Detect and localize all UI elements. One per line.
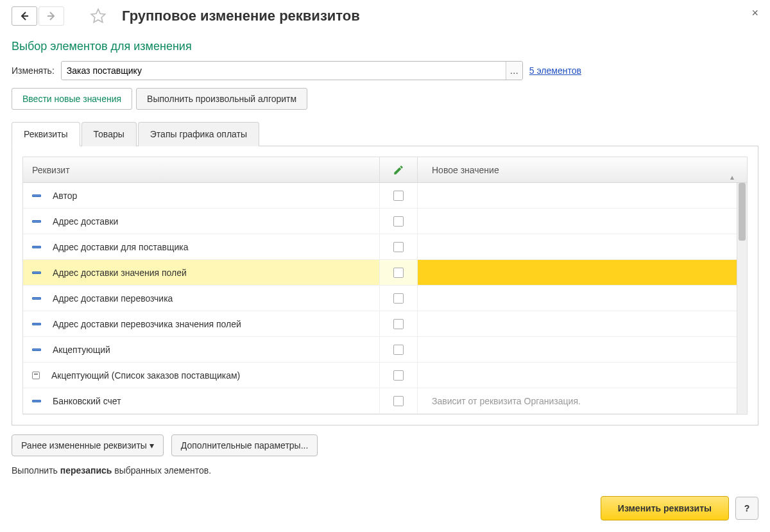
- list-item-icon: [32, 372, 40, 379]
- requisite-label: Автор: [53, 191, 77, 201]
- page-title: Групповое изменение реквизитов: [122, 8, 360, 24]
- edit-cell: [379, 363, 418, 388]
- dropdown-caret-icon: ▾: [150, 440, 154, 450]
- requisite-label: Адрес доставки перевозчика значения поле…: [53, 319, 241, 329]
- previously-changed-button[interactable]: Ранее измененные реквизиты ▾: [12, 434, 164, 456]
- table-row[interactable]: Адрес доставки: [23, 209, 747, 234]
- table-scrollbar-thumb[interactable]: [739, 183, 746, 241]
- table-row[interactable]: Адрес доставки значения полей: [23, 260, 747, 286]
- edit-cell: [379, 311, 418, 336]
- edit-cell: [379, 337, 418, 362]
- row-checkbox[interactable]: [393, 293, 404, 304]
- edit-cell: [379, 388, 418, 413]
- requisites-panel: Реквизит Новое значение ▴ АвторАдрес дос…: [12, 146, 758, 425]
- apply-changes-button[interactable]: Изменить реквизиты: [601, 496, 729, 520]
- attribute-icon: [32, 194, 41, 197]
- summary-text: Выполнить перезапись выбранных элементов…: [12, 465, 758, 476]
- mode-custom-algo-button[interactable]: Выполнить произвольный алгоритм: [136, 88, 307, 110]
- extra-params-button[interactable]: Дополнительные параметры...: [171, 434, 318, 456]
- change-input[interactable]: [62, 62, 506, 80]
- favorite-star-icon[interactable]: [89, 6, 108, 26]
- attribute-icon: [32, 297, 41, 300]
- edit-cell: [379, 183, 418, 208]
- elements-count-link[interactable]: 5 элементов: [529, 65, 581, 76]
- requisite-cell: Адрес доставки перевозчика значения поле…: [23, 311, 379, 336]
- requisites-table: Реквизит Новое значение ▴ АвторАдрес дос…: [22, 157, 748, 415]
- requisite-label: Акцептующий (Список заказов поставщикам): [51, 370, 240, 381]
- tab-payment-stages[interactable]: Этапы графика оплаты: [138, 122, 259, 146]
- help-button[interactable]: ?: [735, 497, 758, 520]
- new-value-cell[interactable]: [418, 286, 747, 311]
- requisite-cell: Акцептующий (Список заказов поставщикам): [23, 363, 379, 388]
- row-checkbox[interactable]: [393, 345, 404, 355]
- attribute-icon: [32, 246, 41, 248]
- edit-cell: [379, 286, 418, 311]
- requisite-label: Адрес доставки значения полей: [53, 268, 187, 278]
- change-picker-button[interactable]: …: [506, 62, 522, 80]
- table-row[interactable]: Адрес доставки для поставщика: [23, 234, 747, 260]
- new-value-cell[interactable]: [418, 311, 747, 336]
- close-button[interactable]: ×: [751, 6, 758, 20]
- requisite-label: Банковский счет: [53, 396, 121, 406]
- table-row[interactable]: Адрес доставки перевозчика: [23, 286, 747, 311]
- edit-cell: [379, 260, 418, 285]
- requisite-cell: Банковский счет: [23, 388, 379, 413]
- new-value-cell[interactable]: [418, 260, 747, 285]
- requisite-cell: Адрес доставки перевозчика: [23, 286, 379, 311]
- column-header-edit[interactable]: [379, 157, 418, 182]
- edit-cell: [379, 234, 418, 259]
- column-header-new-value[interactable]: Новое значение ▴: [418, 165, 747, 175]
- attribute-icon: [32, 400, 41, 402]
- requisite-cell: Адрес доставки для поставщика: [23, 234, 379, 259]
- requisite-label: Акцептующий: [53, 345, 110, 355]
- table-row[interactable]: Банковский счетЗависит от реквизита Орга…: [23, 388, 747, 414]
- row-checkbox[interactable]: [393, 242, 404, 252]
- attribute-icon: [32, 271, 41, 274]
- column-header-requisite[interactable]: Реквизит: [23, 165, 379, 175]
- edit-cell: [379, 209, 418, 234]
- new-value-cell[interactable]: [418, 337, 747, 362]
- attribute-icon: [32, 220, 41, 223]
- pencil-icon: [393, 164, 404, 176]
- arrow-right-icon: [46, 11, 56, 21]
- change-select[interactable]: …: [61, 61, 523, 80]
- new-value-cell[interactable]: [418, 363, 747, 388]
- row-checkbox[interactable]: [393, 216, 404, 227]
- new-value-cell[interactable]: Зависит от реквизита Организация.: [418, 388, 747, 413]
- nav-back-button[interactable]: [12, 6, 37, 26]
- requisite-cell: Акцептующий: [23, 337, 379, 362]
- tab-requisites[interactable]: Реквизиты: [12, 122, 80, 146]
- requisite-label: Адрес доставки: [53, 216, 118, 227]
- arrow-left-icon: [19, 11, 30, 21]
- new-value-cell[interactable]: [418, 209, 747, 234]
- requisite-cell: Адрес доставки: [23, 209, 379, 234]
- section-title: Выбор элементов для изменения: [12, 40, 758, 53]
- table-row[interactable]: Автор: [23, 183, 747, 209]
- row-checkbox[interactable]: [393, 319, 404, 329]
- change-label: Изменять:: [12, 65, 55, 76]
- sort-indicator-icon: ▴: [730, 173, 734, 182]
- table-row[interactable]: Адрес доставки перевозчика значения поле…: [23, 311, 747, 337]
- nav-forward-button: [38, 6, 64, 26]
- row-checkbox[interactable]: [393, 396, 404, 406]
- attribute-icon: [32, 323, 41, 325]
- requisite-label: Адрес доставки перевозчика: [53, 293, 173, 304]
- table-row[interactable]: Акцептующий: [23, 337, 747, 363]
- table-row[interactable]: Акцептующий (Список заказов поставщикам): [23, 363, 747, 388]
- mode-new-values-button[interactable]: Ввести новые значения: [12, 88, 132, 110]
- new-value-cell[interactable]: [418, 234, 747, 259]
- row-checkbox[interactable]: [393, 191, 404, 201]
- table-scrollbar[interactable]: [737, 183, 747, 414]
- requisite-label: Адрес доставки для поставщика: [53, 242, 188, 252]
- new-value-cell[interactable]: [418, 183, 747, 208]
- requisite-cell: Автор: [23, 183, 379, 208]
- row-checkbox[interactable]: [393, 268, 404, 278]
- row-checkbox[interactable]: [393, 370, 404, 381]
- requisite-cell: Адрес доставки значения полей: [23, 260, 379, 285]
- attribute-icon: [32, 348, 41, 351]
- tab-goods[interactable]: Товары: [81, 122, 137, 146]
